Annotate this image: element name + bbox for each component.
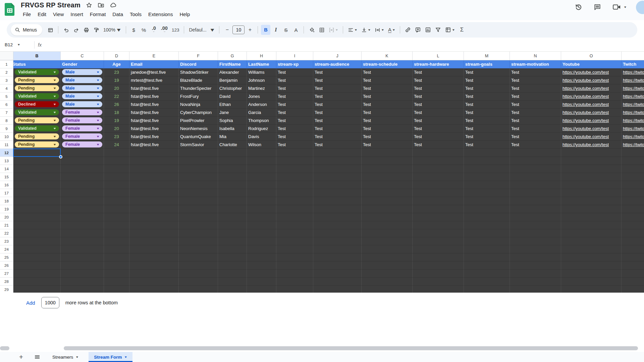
cell[interactable]: Test (362, 101, 413, 109)
column-header-G[interactable]: G (218, 52, 247, 60)
cell[interactable] (13, 221, 61, 229)
cell[interactable]: Test (276, 125, 313, 133)
font-dropdown[interactable]: Defaul... ▼ (187, 25, 216, 35)
cell[interactable] (179, 205, 218, 213)
row-header-17[interactable]: 17 (0, 189, 13, 197)
meet-camera-icon[interactable] (612, 3, 621, 11)
cell[interactable]: FrostFury (179, 93, 218, 101)
cell[interactable] (104, 157, 129, 165)
cell[interactable]: fstar@test.five (129, 101, 179, 109)
cell[interactable] (247, 269, 276, 278)
more-formats-button[interactable]: 123 (170, 25, 181, 35)
cell[interactable] (313, 261, 362, 269)
field-header-Twitch[interactable]: Twitch (622, 60, 644, 68)
gender-chip[interactable]: Female▼ (62, 109, 102, 115)
rows-count-input[interactable] (41, 297, 59, 308)
gender-chip[interactable]: Male▼ (62, 101, 102, 107)
cell[interactable]: Pending▼ (13, 133, 61, 141)
cell[interactable]: Test (313, 125, 362, 133)
cell[interactable] (313, 245, 362, 253)
pivot-table-button[interactable]: ▼ (443, 25, 457, 35)
cell[interactable]: Test (413, 133, 464, 141)
gender-chip[interactable]: Male▼ (62, 77, 102, 83)
cell[interactable] (622, 157, 644, 165)
cell[interactable] (247, 205, 276, 213)
cell[interactable] (510, 269, 561, 278)
menu-edit[interactable]: Edit (34, 11, 50, 18)
cell[interactable] (129, 189, 179, 197)
comments-icon[interactable] (594, 3, 601, 11)
cell[interactable] (61, 149, 104, 157)
cell[interactable]: Test (510, 141, 561, 149)
cell[interactable]: Martinez (247, 84, 276, 93)
cell[interactable] (362, 197, 413, 205)
cell[interactable] (622, 205, 644, 213)
row-header-4[interactable]: 4 (0, 84, 13, 93)
cell[interactable] (61, 165, 104, 173)
cell[interactable] (313, 181, 362, 189)
twitch-link[interactable]: https://twitch.tv/test (623, 102, 644, 107)
cell[interactable] (104, 229, 129, 237)
cell[interactable]: Isabella (218, 125, 247, 133)
column-header-J[interactable]: J (313, 52, 362, 60)
cell[interactable] (561, 278, 622, 286)
cell[interactable] (413, 221, 464, 229)
cell[interactable]: fstar@test.five (129, 117, 179, 125)
cell[interactable] (61, 157, 104, 165)
cell[interactable] (464, 221, 510, 229)
cell[interactable]: Test (413, 117, 464, 125)
field-header-FirstName[interactable]: FirstName (218, 60, 247, 68)
cell[interactable]: Test (362, 141, 413, 149)
cell[interactable] (413, 181, 464, 189)
youtube-link[interactable]: https://youtube.com/test (562, 102, 609, 107)
cell[interactable]: https://twitch.tv/test (622, 141, 644, 149)
decrease-font-size-button[interactable]: − (222, 25, 232, 35)
star-icon[interactable] (86, 2, 92, 8)
cell[interactable] (13, 213, 61, 221)
cell[interactable] (510, 261, 561, 269)
cell[interactable] (622, 173, 644, 181)
gender-chip[interactable]: Male▼ (62, 93, 102, 99)
cell[interactable]: https://youtube.com/test (561, 68, 622, 76)
cell[interactable]: 19 (104, 117, 129, 125)
cell[interactable] (622, 149, 644, 157)
cell[interactable]: StormSavior (179, 141, 218, 149)
row-header-14[interactable]: 14 (0, 165, 13, 173)
cell[interactable] (362, 181, 413, 189)
gender-chip[interactable]: Female▼ (62, 125, 102, 131)
cell[interactable] (313, 229, 362, 237)
column-header-D[interactable]: D (104, 52, 129, 60)
row-header-3[interactable]: 3 (0, 76, 13, 84)
cell[interactable]: Test (276, 93, 313, 101)
cell[interactable] (61, 269, 104, 278)
cell[interactable] (276, 237, 313, 245)
cell[interactable]: Test (413, 84, 464, 93)
cell[interactable] (61, 173, 104, 181)
cell[interactable] (510, 278, 561, 286)
twitch-link[interactable]: https://twitch.tv/test (623, 86, 644, 91)
cell[interactable] (247, 229, 276, 237)
cell[interactable] (129, 245, 179, 253)
cell[interactable] (13, 269, 61, 278)
row-header-6[interactable]: 6 (0, 101, 13, 109)
cell[interactable]: Test (510, 68, 561, 76)
cell[interactable]: Pending▼ (13, 141, 61, 149)
cell[interactable] (13, 149, 61, 157)
cell[interactable]: Male▼ (61, 101, 104, 109)
cell[interactable]: 20 (104, 125, 129, 133)
cell[interactable]: mrtest@test.five (129, 76, 179, 84)
cell[interactable] (13, 278, 61, 286)
cell[interactable]: Pending▼ (13, 117, 61, 125)
gender-chip[interactable]: Female▼ (62, 141, 102, 147)
cell[interactable]: 24 (104, 141, 129, 149)
cell[interactable] (362, 286, 413, 293)
cell[interactable] (129, 213, 179, 221)
cell[interactable] (218, 181, 247, 189)
cell[interactable] (276, 189, 313, 197)
cell[interactable] (179, 197, 218, 205)
cell[interactable] (313, 269, 362, 278)
cell[interactable]: Test (464, 133, 510, 141)
cell[interactable] (179, 165, 218, 173)
cell[interactable] (247, 221, 276, 229)
cell[interactable] (622, 197, 644, 205)
